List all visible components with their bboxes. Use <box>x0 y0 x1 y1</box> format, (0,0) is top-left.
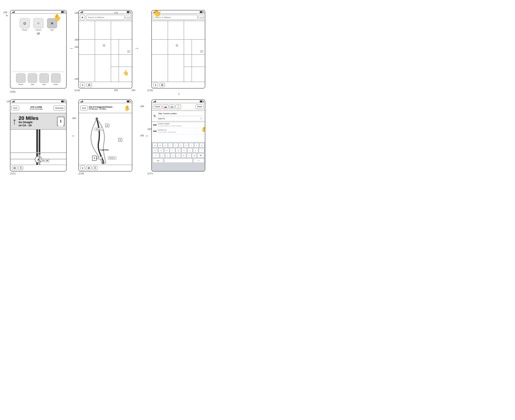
svg-point-0 <box>96 118 98 120</box>
key-s[interactable]: s <box>158 148 164 152</box>
arrow-3-to-6: ↓ <box>178 91 180 96</box>
scroll-indicator-3 <box>200 50 203 52</box>
key-n[interactable]: n <box>187 153 191 158</box>
keyboard-row-4: 123 ⏎ <box>152 158 205 163</box>
key-e[interactable]: e <box>163 143 168 147</box>
clear-button[interactable]: ✕ <box>200 117 202 120</box>
ref-150: 150 <box>114 89 118 92</box>
dock-icon-phone[interactable]: Phone <box>16 73 26 85</box>
app-icon-map[interactable]: ✕ Map ✋ <box>47 18 57 31</box>
panel2-screen: ➤ Search or Address 📖 <box>79 10 132 88</box>
list-view-btn-5[interactable]: ☰ <box>93 166 97 170</box>
ref-105: (105) <box>10 90 15 93</box>
key-c[interactable]: c <box>171 153 175 158</box>
panel2-map-initial: ➤ Search or Address 📖 <box>78 10 132 89</box>
panel3-screen: ✋ Search or Address 📖 <box>152 10 205 88</box>
battery-icon-3 <box>200 11 203 13</box>
threed-button-4[interactable]: 3D <box>12 166 17 170</box>
panel1-home-screen: ⊙ Photos ○ Camera ✕ Map ✋ 120 <box>10 10 67 89</box>
key-shift[interactable]: ⇧ <box>152 153 159 158</box>
panel4-screen: End ETA 1:21PM 64 min 49.5 Miles Overvie… <box>10 100 66 171</box>
key-space[interactable] <box>164 158 193 163</box>
key-o[interactable]: o <box>194 143 199 147</box>
key-u[interactable]: u <box>184 143 189 147</box>
key-h[interactable]: h <box>181 148 187 152</box>
status-bar-2 <box>79 10 132 14</box>
signal-icon-2 <box>80 11 83 13</box>
threed-button[interactable]: 3D <box>86 83 92 87</box>
key-b[interactable]: b <box>181 153 186 158</box>
bookmarks-button[interactable]: 📖 <box>126 15 131 20</box>
key-return[interactable]: ⏎ <box>193 158 204 163</box>
switch-routes-icon[interactable]: ⇅ <box>153 114 156 118</box>
key-m[interactable]: m <box>192 153 197 158</box>
threed-button-3[interactable]: 3D <box>159 83 165 87</box>
start-field[interactable]: Start: Current Location <box>157 111 203 116</box>
key-y[interactable]: y <box>179 143 183 147</box>
list-view-button[interactable]: ☰ <box>18 166 23 170</box>
key-v[interactable]: v <box>176 153 181 158</box>
ref-170: 170 <box>114 12 118 14</box>
key-x[interactable]: x <box>165 153 170 158</box>
hand-gesture-tap: ✋ <box>53 13 62 22</box>
key-i[interactable]: i <box>189 143 194 147</box>
key-p[interactable]: p <box>199 143 204 147</box>
compass-circle: ▲ <box>35 156 42 163</box>
transit-transport-button[interactable]: 🚌 <box>169 105 175 109</box>
nav-bottom-bar-5: ➤ 3D ☰ <box>79 165 132 171</box>
ref-115: (115) <box>147 89 153 92</box>
finger-select-route-icon: ✋ <box>124 105 131 112</box>
key-w[interactable]: w <box>158 143 163 147</box>
key-g[interactable]: g <box>176 148 181 152</box>
turn-up-arrow: ↑ <box>12 116 17 127</box>
key-backspace[interactable]: ⌫ <box>197 153 204 158</box>
dock-icon-music[interactable]: Music <box>51 73 60 85</box>
bookmarks-button-3[interactable]: 📖 <box>199 15 204 20</box>
key-l[interactable]: l <box>199 148 204 152</box>
key-d[interactable]: d <box>164 148 170 152</box>
location-btn-5[interactable]: ➤ <box>80 166 85 170</box>
key-z[interactable]: z <box>160 153 165 158</box>
ref-110: (110) <box>75 89 80 92</box>
search-box-2[interactable]: Search or Address <box>86 15 125 20</box>
ref-182-6: 182 <box>147 128 151 130</box>
end-button[interactable]: End <box>12 106 19 110</box>
route-1-label[interactable]: Route 1 <box>95 128 103 131</box>
key-a[interactable]: a <box>152 148 158 152</box>
route-map-area: 5 9 Route 1 Route 2 Route 3 Cupertino 1 <box>79 113 132 171</box>
end-button-5[interactable]: End <box>80 106 88 110</box>
key-k[interactable]: k <box>193 148 198 152</box>
dock-icon-mail[interactable]: Mail <box>28 73 37 85</box>
city-label-cupertino: Cupertino <box>100 149 109 151</box>
nav-arrow-button[interactable]: ➤ <box>80 15 85 20</box>
arrow-2-to-3: → <box>135 46 139 51</box>
cancel-button[interactable]: Cancel <box>153 105 162 109</box>
battery-icon-2 <box>127 11 130 13</box>
location-button[interactable]: ➤ <box>80 83 85 87</box>
app-icon-camera[interactable]: ○ Camera <box>33 18 43 31</box>
arrow-6-to-5: ← <box>145 133 149 138</box>
key-t[interactable]: t <box>173 143 178 147</box>
car-transport-button[interactable]: 🚗 <box>163 105 168 109</box>
scroll-indicator <box>127 50 130 52</box>
location-button-3[interactable]: ➤ <box>153 83 158 87</box>
app-icon-photos[interactable]: ⊙ Photos <box>20 18 30 31</box>
key-q[interactable]: q <box>152 143 157 147</box>
search-result-1[interactable]: Current Location to Police Station, 2155… <box>152 122 205 128</box>
dock-icon-web[interactable]: Web <box>39 73 49 85</box>
svg-text:5: 5 <box>107 124 108 127</box>
threed-btn-5[interactable]: 3D <box>86 166 92 170</box>
overview-button[interactable]: Overview <box>53 106 65 110</box>
ref-121: (121) <box>10 172 15 175</box>
route-button[interactable]: Route <box>195 105 204 109</box>
key-f[interactable]: f <box>170 148 175 152</box>
turn-text: 20 Miles Go Straight on CA - 1N <box>19 116 55 127</box>
search-result-2[interactable]: Current Loc... to Pot Sticker Restaurant… <box>152 128 205 134</box>
walk-transport-button[interactable]: 🚶 <box>176 105 181 109</box>
end-field[interactable]: End: Po ✕ <box>157 116 203 121</box>
route-3-label[interactable]: Route 3 <box>108 157 116 159</box>
key-r[interactable]: r <box>168 143 173 147</box>
phone-screen: ⊙ Photos ○ Camera ✕ Map ✋ 120 <box>10 10 66 88</box>
key-j[interactable]: j <box>187 148 193 152</box>
key-numbers[interactable]: 123 <box>152 158 164 163</box>
